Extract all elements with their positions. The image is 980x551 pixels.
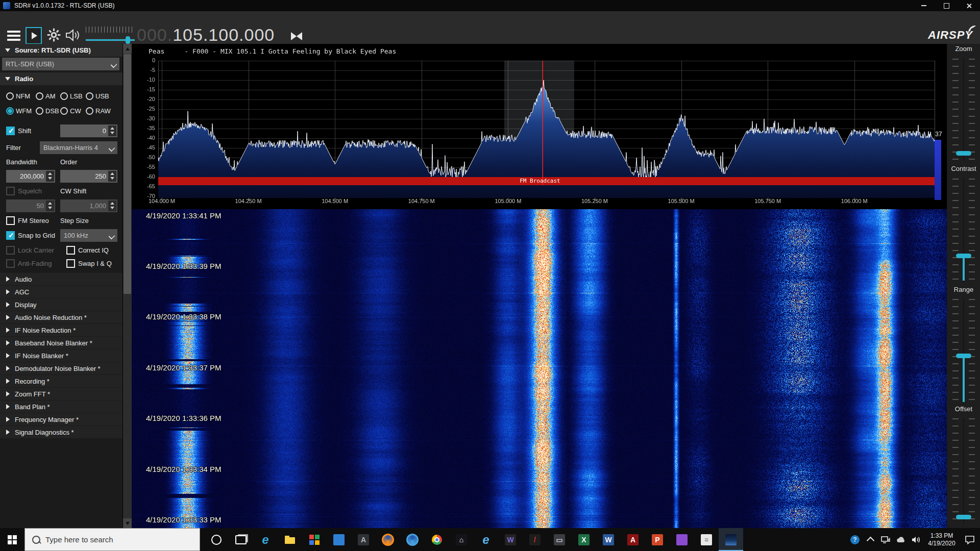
lock-carrier-checkbox[interactable]: Lock Carrier [6, 246, 61, 255]
spinner-icon[interactable] [108, 171, 116, 182]
taskbar-search[interactable] [24, 528, 200, 551]
shift-checkbox[interactable]: Shift [6, 127, 55, 135]
squelch-checkbox[interactable]: Squelch [6, 187, 55, 195]
source-select[interactable]: RTL-SDR (USB) [2, 58, 119, 70]
spectrum-display[interactable]: Peas - F000 - MIX 105.1 I Gotta Feeling … [132, 44, 947, 209]
taskbar-app-cortana[interactable] [204, 528, 229, 551]
taskbar-app-acrobat[interactable]: A [621, 528, 645, 551]
shift-input[interactable]: 0 [60, 124, 117, 137]
minimize-button[interactable] [913, 0, 935, 11]
action-center-button[interactable] [960, 528, 980, 551]
radio-mode-lsb[interactable]: LSB [60, 92, 86, 100]
squelch-input[interactable]: 50 [6, 199, 55, 212]
slider-thumb[interactable] [956, 254, 971, 258]
volume-tray-icon[interactable] [909, 528, 924, 551]
spinner-icon[interactable] [46, 171, 54, 182]
scroll-up-icon[interactable] [123, 44, 132, 54]
sidebar-panel-frequency-manager[interactable]: Frequency Manager * [0, 413, 122, 425]
volume-slider[interactable] [86, 27, 135, 45]
taskbar-app-media-app[interactable] [670, 528, 694, 551]
sidebar-panel-baseband-noise-blanker[interactable]: Baseband Noise Blanker * [0, 337, 122, 349]
bandwidth-input[interactable]: 200,000 [6, 170, 55, 183]
sidebar-panel-if-noise-reduction[interactable]: IF Noise Reduction * [0, 324, 122, 336]
close-button[interactable] [958, 0, 980, 11]
slider-contrast[interactable] [952, 179, 975, 283]
scroll-down-icon[interactable] [123, 518, 132, 528]
taskbar-app-store[interactable]: ⌂ [449, 528, 474, 551]
settings-button[interactable] [47, 28, 61, 42]
order-input[interactable]: 250 [60, 170, 117, 183]
taskbar-app-internet-explorer[interactable]: e [474, 528, 498, 551]
radio-mode-am[interactable]: AM [36, 92, 60, 100]
taskbar-app-pen-app[interactable]: / [523, 528, 547, 551]
sidebar-panel-agc[interactable]: AGC [0, 286, 122, 298]
slider-thumb[interactable] [956, 151, 971, 156]
filter-select[interactable]: Blackman-Harris 4 [40, 141, 117, 154]
tray-chevron-up-icon[interactable] [863, 528, 878, 551]
taskbar-app-edge[interactable]: e [253, 528, 278, 551]
sidebar-panel-audio-noise-reduction[interactable]: Audio Noise Reduction * [0, 311, 122, 323]
taskbar-app-photos[interactable] [302, 528, 327, 551]
audio-mute-button[interactable] [65, 29, 81, 42]
slider-thumb[interactable] [956, 515, 971, 519]
taskbar-app-device-app[interactable]: ▭ [547, 528, 572, 551]
sidebar-scrollbar[interactable] [123, 44, 132, 528]
step-size-select[interactable]: 100 kHz [60, 229, 117, 242]
taskbar-app-browser-swirl[interactable] [376, 528, 400, 551]
anti-fading-checkbox[interactable]: Anti-Fading [6, 259, 61, 268]
waterfall-display[interactable]: 4/19/2020 1:33:41 PM4/19/2020 1:33:39 PM… [132, 209, 947, 528]
taskbar-app-app-w[interactable]: W [498, 528, 523, 551]
radio-mode-nfm[interactable]: NFM [6, 92, 36, 100]
taskbar-app-globe-app[interactable] [400, 528, 425, 551]
slider-zoom[interactable] [952, 59, 975, 161]
cw-shift-input[interactable]: 1,000 [60, 199, 117, 212]
sidebar-panel-if-noise-blanker[interactable]: IF Noise Blanker * [0, 349, 122, 362]
waterfall-canvas[interactable] [132, 209, 947, 528]
snap-to-center-button[interactable] [291, 32, 306, 41]
radio-mode-dsb[interactable]: DSB [36, 107, 60, 115]
taskbar-app-sdrsharp[interactable] [719, 528, 743, 551]
sidebar-panel-zoom-fft[interactable]: Zoom FFT * [0, 388, 122, 400]
taskbar-app-text-editor[interactable]: A [351, 528, 376, 551]
spinner-icon[interactable] [46, 201, 54, 211]
sidebar-panel-audio[interactable]: Audio [0, 273, 122, 285]
network-tray-icon[interactable] [878, 528, 893, 551]
maximize-button[interactable] [935, 0, 958, 11]
sidebar-panel-band-plan[interactable]: Band Plan * [0, 400, 122, 413]
taskbar-app-word[interactable]: W [596, 528, 621, 551]
frequency-display[interactable]: 000.105.100.000 [137, 25, 275, 45]
spinner-icon[interactable] [108, 201, 116, 211]
onedrive-tray-icon[interactable] [893, 528, 909, 551]
volume-thumb[interactable] [126, 36, 130, 44]
source-section-header[interactable]: Source: RTL-SDR (USB) [0, 44, 122, 57]
taskbar-app-file-explorer[interactable] [278, 528, 302, 551]
taskbar-app-notepad[interactable]: ≡ [694, 528, 719, 551]
search-input[interactable] [44, 535, 179, 544]
spinner-icon[interactable] [108, 126, 116, 136]
taskbar-app-app-blue[interactable] [327, 528, 351, 551]
taskbar-app-powerpoint[interactable]: P [645, 528, 670, 551]
taskbar-app-chrome[interactable] [425, 528, 449, 551]
correct-iq-checkbox[interactable]: Correct IQ [66, 246, 117, 255]
radio-mode-wfm[interactable]: WFM [6, 107, 36, 115]
play-button[interactable] [26, 27, 42, 44]
scrollbar-thumb[interactable] [124, 54, 131, 294]
swap-iq-checkbox[interactable]: Swap I & Q [66, 259, 117, 268]
slider-range[interactable] [952, 299, 975, 404]
start-button[interactable] [0, 528, 24, 551]
snap-to-grid-checkbox[interactable]: Snap to Grid [6, 231, 55, 240]
radio-mode-usb[interactable]: USB [86, 92, 114, 100]
slider-thumb[interactable] [956, 354, 971, 358]
menu-button[interactable] [7, 31, 20, 41]
slider-offset[interactable] [952, 418, 975, 524]
radio-mode-raw[interactable]: RAW [86, 107, 114, 115]
sidebar-panel-demodulator-noise-blanker[interactable]: Demodulator Noise Blanker * [0, 362, 122, 374]
sidebar-panel-signal-diagnostics[interactable]: Signal Diagnostics * [0, 426, 122, 438]
fm-stereo-checkbox[interactable]: FM Stereo [6, 216, 55, 225]
help-tray-icon[interactable]: ? [847, 528, 863, 551]
sidebar-panel-recording[interactable]: Recording * [0, 375, 122, 387]
radio-mode-cw[interactable]: CW [60, 107, 86, 115]
sidebar-panel-display[interactable]: Display [0, 298, 122, 311]
taskbar-clock[interactable]: 1:33 PM4/19/2020 [924, 532, 960, 547]
taskbar-app-task-view[interactable] [229, 528, 253, 551]
